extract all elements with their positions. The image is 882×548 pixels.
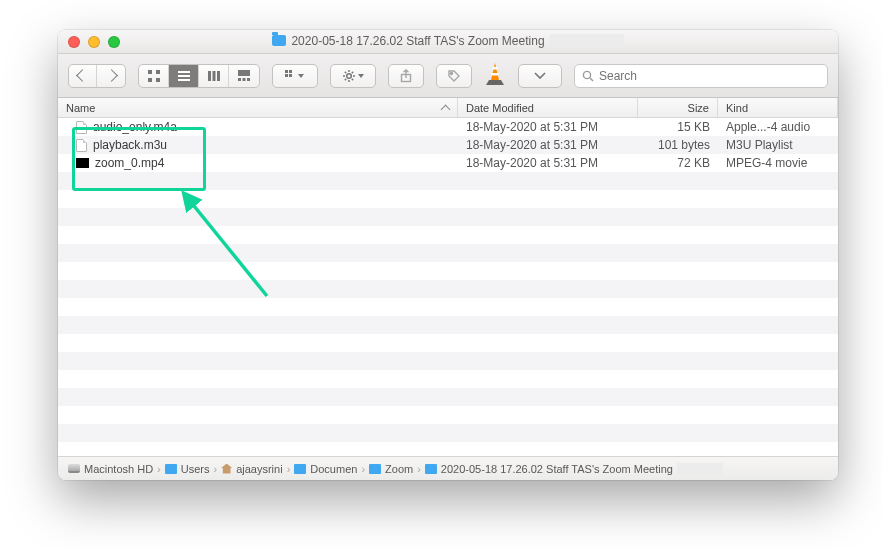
audio-file-icon xyxy=(76,121,87,134)
svg-line-26 xyxy=(345,78,346,79)
path-item-zoom[interactable]: Zoom xyxy=(369,463,413,475)
empty-stripes xyxy=(58,172,838,456)
forward-button[interactable] xyxy=(97,65,125,87)
file-name: audio_only.m4a xyxy=(93,120,177,134)
svg-rect-16 xyxy=(285,74,288,77)
svg-point-18 xyxy=(347,73,352,78)
toolbar xyxy=(58,54,838,98)
svg-rect-3 xyxy=(156,78,160,82)
svg-point-31 xyxy=(583,71,590,78)
svg-rect-15 xyxy=(289,70,292,73)
path-item-disk[interactable]: Macintosh HD xyxy=(68,463,153,475)
svg-rect-17 xyxy=(289,74,292,77)
minimize-window-button[interactable] xyxy=(88,36,100,48)
svg-point-28 xyxy=(451,72,453,74)
svg-rect-7 xyxy=(208,71,211,81)
playlist-file-icon xyxy=(76,139,87,152)
icon-view-button[interactable] xyxy=(139,65,169,87)
file-kind: MPEG-4 movie xyxy=(718,156,838,170)
svg-rect-4 xyxy=(178,71,190,73)
search-field[interactable] xyxy=(574,64,828,88)
path-item-users[interactable]: Users xyxy=(165,463,210,475)
svg-line-25 xyxy=(352,71,353,72)
search-icon xyxy=(582,70,594,82)
path-bar: Macintosh HD › Users › ajaaysrini › Docu… xyxy=(58,456,838,480)
svg-line-23 xyxy=(345,71,346,72)
path-item-documents[interactable]: Documen xyxy=(294,463,357,475)
svg-rect-5 xyxy=(178,75,190,77)
svg-rect-1 xyxy=(156,70,160,74)
file-size: 15 KB xyxy=(638,120,718,134)
column-view-button[interactable] xyxy=(199,65,229,87)
file-kind: M3U Playlist xyxy=(718,138,838,152)
column-kind-header[interactable]: Kind xyxy=(718,98,838,117)
svg-rect-11 xyxy=(238,78,241,81)
search-input[interactable] xyxy=(599,69,820,83)
home-icon xyxy=(221,464,232,474)
file-name: zoom_0.mp4 xyxy=(95,156,164,170)
svg-rect-30 xyxy=(492,73,499,76)
svg-rect-29 xyxy=(493,67,498,70)
file-size: 72 KB xyxy=(638,156,718,170)
file-date: 18-May-2020 at 5:31 PM xyxy=(458,120,638,134)
svg-rect-9 xyxy=(217,71,220,81)
folder-icon xyxy=(425,464,437,474)
file-size: 101 bytes xyxy=(638,138,718,152)
file-date: 18-May-2020 at 5:31 PM xyxy=(458,138,638,152)
svg-rect-0 xyxy=(148,70,152,74)
folder-icon xyxy=(294,464,306,474)
folder-icon xyxy=(165,464,177,474)
folder-icon xyxy=(272,35,286,46)
tags-button[interactable] xyxy=(436,64,472,88)
svg-rect-13 xyxy=(247,78,250,81)
file-kind: Apple...-4 audio xyxy=(718,120,838,134)
path-item-home[interactable]: ajaaysrini xyxy=(221,463,282,475)
svg-rect-10 xyxy=(238,70,250,76)
redacted-region xyxy=(677,463,723,474)
folder-icon xyxy=(369,464,381,474)
svg-rect-2 xyxy=(148,78,152,82)
svg-line-24 xyxy=(352,78,353,79)
svg-rect-8 xyxy=(212,71,215,81)
close-window-button[interactable] xyxy=(68,36,80,48)
svg-rect-14 xyxy=(285,70,288,73)
path-item-current[interactable]: 2020-05-18 17.26.02 Staff TAS's Zoom Mee… xyxy=(425,463,673,475)
file-row[interactable]: playback.m3u 18-May-2020 at 5:31 PM 101 … xyxy=(58,136,838,154)
sort-ascending-icon xyxy=(441,105,451,115)
back-button[interactable] xyxy=(69,65,97,87)
vlc-icon xyxy=(484,61,506,90)
list-view-button[interactable] xyxy=(169,65,199,87)
column-name-header[interactable]: Name xyxy=(58,98,458,117)
share-button[interactable] xyxy=(388,64,424,88)
nav-back-forward xyxy=(68,64,126,88)
column-headers: Name Date Modified Size Kind xyxy=(58,98,838,118)
svg-rect-6 xyxy=(178,79,190,81)
file-row[interactable]: zoom_0.mp4 18-May-2020 at 5:31 PM 72 KB … xyxy=(58,154,838,172)
column-date-header[interactable]: Date Modified xyxy=(458,98,638,117)
gallery-view-button[interactable] xyxy=(229,65,259,87)
file-list[interactable]: audio_only.m4a 18-May-2020 at 5:31 PM 15… xyxy=(58,118,838,456)
arrange-button[interactable] xyxy=(272,64,318,88)
window-title: 2020-05-18 17.26.02 Staff TAS's Zoom Mee… xyxy=(291,34,544,48)
file-date: 18-May-2020 at 5:31 PM xyxy=(458,156,638,170)
svg-line-32 xyxy=(590,78,593,81)
titlebar: 2020-05-18 17.26.02 Staff TAS's Zoom Mee… xyxy=(58,30,838,54)
disk-icon xyxy=(68,464,80,473)
dropdown-button[interactable] xyxy=(518,64,562,88)
video-file-icon xyxy=(76,158,89,168)
view-mode-segmented xyxy=(138,64,260,88)
finder-window: 2020-05-18 17.26.02 Staff TAS's Zoom Mee… xyxy=(58,30,838,480)
svg-rect-12 xyxy=(243,78,246,81)
file-name: playback.m3u xyxy=(93,138,167,152)
action-button[interactable] xyxy=(330,64,376,88)
file-row[interactable]: audio_only.m4a 18-May-2020 at 5:31 PM 15… xyxy=(58,118,838,136)
redacted-region xyxy=(550,34,624,48)
fullscreen-window-button[interactable] xyxy=(108,36,120,48)
column-size-header[interactable]: Size xyxy=(638,98,718,117)
